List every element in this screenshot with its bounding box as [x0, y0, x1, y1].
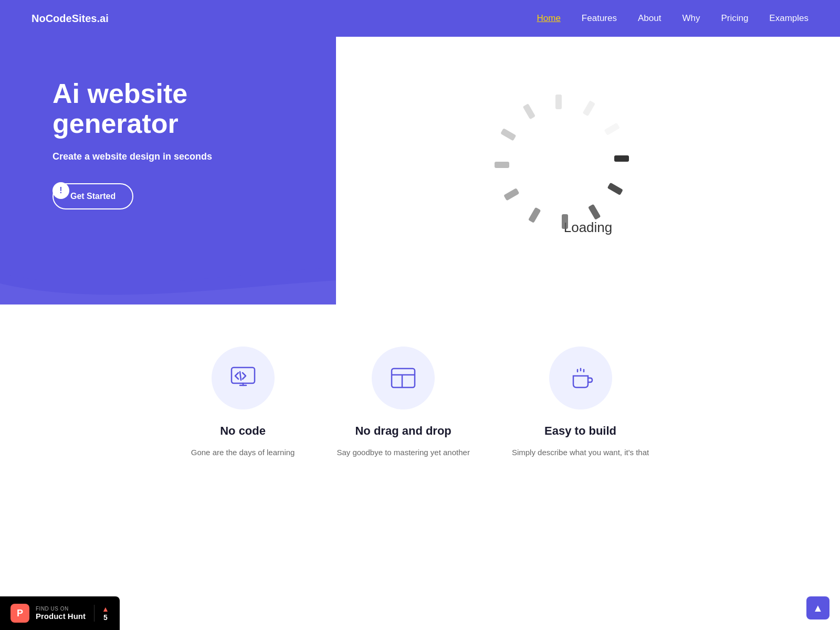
feature-easy-build: Easy to build Simply describe what you w… — [512, 346, 649, 459]
feature-no-code-desc: Gone are the days of learning — [191, 446, 295, 459]
nav-links: Home Features About Why Pricing Examples — [537, 13, 809, 24]
site-logo[interactable]: NoCodeSites.ai — [32, 13, 109, 25]
loading-spinner — [536, 106, 640, 211]
nav-item-pricing[interactable]: Pricing — [721, 13, 748, 24]
no-code-icon-circle — [212, 346, 275, 410]
feature-no-code-title: No code — [220, 424, 266, 438]
code-monitor-icon — [229, 364, 257, 392]
nav-item-features[interactable]: Features — [582, 13, 617, 24]
hero-title: Ai website generator — [52, 79, 294, 139]
feature-no-code: No code Gone are the days of learning — [191, 346, 295, 459]
feature-no-drag-drop: No drag and drop Say goodbye to masterin… — [337, 346, 470, 459]
feature-no-drag-desc: Say goodbye to mastering yet another — [337, 446, 470, 459]
nav-item-about[interactable]: About — [638, 13, 661, 24]
layout-icon — [390, 364, 417, 392]
features-section: No code Gone are the days of learning No… — [0, 304, 840, 490]
hero-section: Ai website generator Create a website de… — [0, 0, 840, 304]
nav-item-examples[interactable]: Examples — [769, 13, 808, 24]
easy-build-icon-circle — [549, 346, 612, 410]
hero-subtitle: Create a website design in seconds — [52, 151, 294, 162]
loading-text: Loading — [564, 219, 613, 236]
feature-easy-build-title: Easy to build — [544, 424, 616, 438]
nav-item-home[interactable]: Home — [537, 13, 561, 24]
svg-rect-4 — [392, 369, 415, 387]
features-grid: No code Gone are the days of learning No… — [32, 346, 808, 459]
no-drag-drop-icon-circle — [372, 346, 435, 410]
nav-item-why[interactable]: Why — [682, 13, 700, 24]
feature-easy-build-desc: Simply describe what you want, it's that — [512, 446, 649, 459]
hero-panel: Loading — [336, 37, 840, 304]
loading-container: Loading — [536, 106, 640, 236]
navbar: NoCodeSites.ai Home Features About Why P… — [0, 0, 840, 37]
feature-no-drag-title: No drag and drop — [355, 424, 451, 438]
hero-content: Ai website generator Create a website de… — [0, 37, 336, 262]
svg-line-1 — [240, 372, 241, 380]
coffee-icon — [567, 364, 594, 392]
